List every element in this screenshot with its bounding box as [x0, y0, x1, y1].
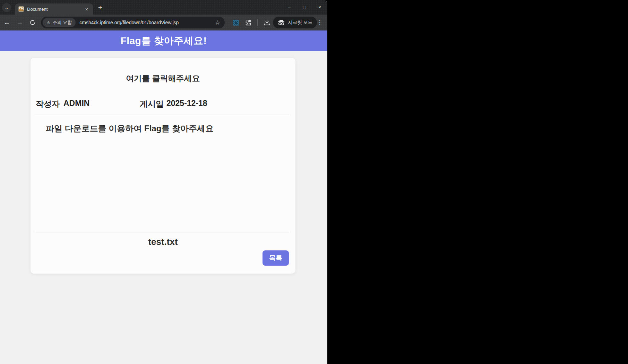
security-warning-label: 주의 요함 — [53, 19, 72, 26]
back-button[interactable]: ← — [1, 18, 13, 27]
date-value: 2025-12-18 — [166, 99, 207, 108]
page-content: 여기를 클릭해주세요 작성자 ADMIN 게시일 2025-12-18 파일 다… — [0, 51, 327, 364]
author-label: 작성자 — [36, 99, 60, 109]
tab-document[interactable]: Document × — [15, 3, 93, 15]
close-window-button[interactable]: × — [312, 0, 327, 15]
incognito-icon — [277, 20, 285, 25]
post-title-link[interactable]: 여기를 클릭해주세요 — [31, 73, 295, 84]
downloads-icon[interactable] — [263, 18, 271, 27]
warning-triangle-icon: ⚠ — [46, 20, 51, 25]
url-text[interactable]: cmsh4ck.iptime.org/filedown/01/boardView… — [79, 20, 215, 25]
screen: ⌄ Document × + – □ × — [0, 0, 628, 364]
window-controls: – □ × — [282, 0, 327, 15]
tab-favicon-image-icon — [18, 6, 24, 12]
forward-button[interactable]: → — [14, 18, 26, 27]
page-title: Flag를 찾아주세요! — [121, 34, 207, 47]
attachment-file-link[interactable]: test.txt — [31, 237, 295, 247]
maximize-button[interactable]: □ — [297, 0, 312, 15]
date-label: 게시일 — [140, 99, 164, 109]
browser-menu-icon[interactable]: ⋮ — [315, 18, 325, 27]
post-meta-row: 작성자 ADMIN 게시일 2025-12-18 — [36, 99, 290, 109]
meta-divider — [36, 115, 289, 115]
post-body-text: 파일 다운로드를 이용하여 Flag를 찾아주세요 — [46, 123, 214, 134]
new-tab-button[interactable]: + — [96, 3, 105, 12]
incognito-label: 시크릿 모드 — [288, 19, 312, 26]
author-value: ADMIN — [63, 99, 89, 108]
page-banner: Flag를 찾아주세요! — [0, 30, 327, 51]
bookmark-star-icon[interactable]: ☆ — [215, 19, 220, 26]
address-bar[interactable]: ⚠ 주의 요함 cmsh4ck.iptime.org/filedown/01/b… — [41, 17, 225, 28]
tab-search-chevron-icon[interactable]: ⌄ — [2, 3, 11, 12]
board-view-card: 여기를 클릭해주세요 작성자 ADMIN 게시일 2025-12-18 파일 다… — [31, 58, 295, 274]
extensions-puzzle-icon[interactable] — [244, 18, 252, 27]
toolbar-separator — [257, 19, 258, 26]
browser-toolbar: ← → ⚠ 주의 요함 cmsh4ck.iptime.org/filedown/… — [0, 15, 327, 30]
tab-close-icon[interactable]: × — [84, 6, 90, 12]
tab-title: Document — [27, 7, 84, 12]
attachment-divider — [36, 232, 289, 232]
minimize-button[interactable]: – — [282, 0, 297, 15]
tab-strip: ⌄ Document × + – □ × — [0, 0, 327, 15]
security-warning-chip[interactable]: ⚠ 주의 요함 — [43, 18, 76, 27]
extension-favicon-icon[interactable] — [233, 20, 239, 26]
reload-button[interactable] — [27, 18, 38, 27]
browser-window: ⌄ Document × + – □ × — [0, 0, 327, 364]
incognito-badge: 시크릿 모드 — [273, 17, 317, 28]
list-button[interactable]: 목록 — [263, 250, 289, 266]
